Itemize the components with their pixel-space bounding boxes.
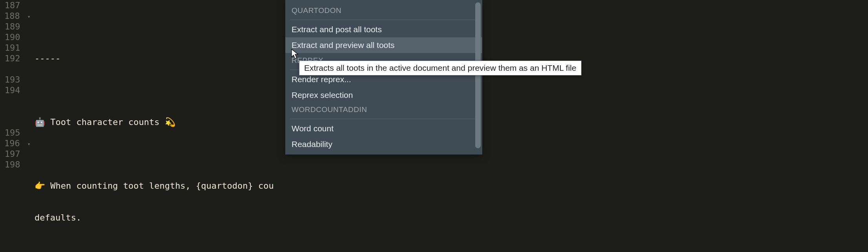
menu-item-readability[interactable]: Readability <box>285 136 482 152</box>
code-line <box>35 244 868 252</box>
line-number: 195 <box>2 127 31 138</box>
menu-item-extract-post[interactable]: Extract and post all toots <box>285 22 482 37</box>
menu-item-reprex-selection[interactable]: Reprex selection <box>285 87 482 103</box>
code-line: 👉 When counting toot lengths, {quartodon… <box>35 180 868 191</box>
fold-marker-icon[interactable]: ▾ <box>25 139 31 149</box>
line-number: 194 <box>2 85 31 96</box>
line-number: 197 <box>2 149 31 159</box>
line-number: 196 ▾ <box>2 138 31 149</box>
addins-menu[interactable]: QUARTODON Extract and post all toots Ext… <box>285 0 482 155</box>
menu-item-tooltip: Extracts all toots in the active documen… <box>299 61 582 75</box>
line-number: 190 <box>2 32 31 42</box>
line-number <box>2 106 31 117</box>
fold-marker-icon[interactable]: ▾ <box>25 11 31 22</box>
line-number-gutter: 187 188 ▾ 189 190 191 192 193 194 195 19… <box>0 0 35 252</box>
menu-divider <box>290 20 478 20</box>
line-number: 193 <box>2 74 31 85</box>
menu-divider <box>290 119 478 119</box>
line-number <box>2 96 31 106</box>
menu-section-header: WORDCOUNTADDIN <box>285 103 482 117</box>
line-number <box>2 64 31 74</box>
line-number: 191 <box>2 42 31 53</box>
menu-item-extract-preview[interactable]: Extract and preview all toots <box>285 37 482 53</box>
line-number: 189 <box>2 21 31 32</box>
menu-item-word-count[interactable]: Word count <box>285 121 482 136</box>
line-number <box>2 117 31 127</box>
menu-section-header: QUARTODON <box>285 0 482 18</box>
line-number: 187 <box>2 0 31 11</box>
line-number: 188 ▾ <box>2 11 31 21</box>
code-line: defaults. <box>35 212 868 223</box>
line-number: 192 <box>2 53 31 64</box>
line-number: 198 <box>2 159 31 170</box>
